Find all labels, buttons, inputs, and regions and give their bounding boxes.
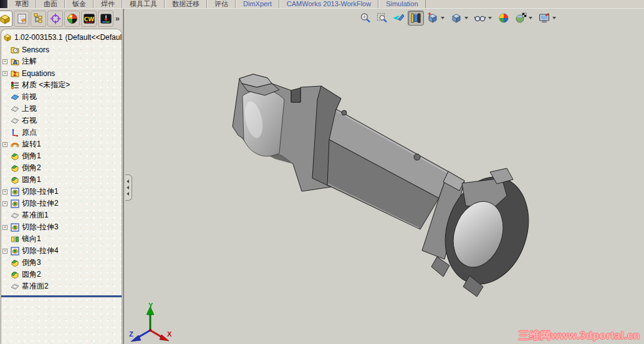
chevron-down-icon[interactable]	[488, 17, 492, 19]
feature-tree: 1.02-003153.1 (Default<<Defaul Sensors +…	[1, 29, 122, 344]
tree-item-front-plane[interactable]: 前视	[1, 91, 122, 103]
view-orientation-icon	[428, 12, 436, 22]
tree-item-label: Sensors	[22, 45, 49, 54]
tab-simulation[interactable]: Simulation	[378, 0, 425, 8]
tab-sketch[interactable]: 草图	[7, 0, 36, 8]
view-settings-button[interactable]	[536, 11, 559, 26]
tab-evaluate[interactable]: 评估	[207, 0, 236, 8]
tree-item-origin[interactable]: 原点	[1, 127, 122, 138]
tab-weldments[interactable]: 焊件	[94, 0, 122, 8]
zoom-to-fit-button[interactable]	[357, 11, 373, 26]
watermark-text: 三维网www.3dportal.cn	[519, 328, 640, 343]
tree-item-label: 切除-拉伸2	[22, 198, 59, 209]
tree-item-fillet2[interactable]: 圆角2	[1, 269, 122, 280]
tree-item-annotations[interactable]: + 注解	[1, 55, 122, 67]
model-canvas[interactable]	[125, 9, 644, 344]
tab-dimxpert[interactable]: DimXpert	[236, 0, 279, 8]
tab-sheet-metal[interactable]: 钣金	[65, 0, 94, 8]
fillet-icon	[12, 177, 18, 183]
hide-show-items-button[interactable]	[472, 11, 495, 26]
tree-item-label: 注解	[22, 56, 37, 67]
tree-item-part-root[interactable]: 1.02-003153.1 (Default<<Defaul	[1, 31, 122, 44]
tree-item-plane2[interactable]: 基准面2	[1, 280, 122, 292]
tree-item-material[interactable]: 材质 <未指定>	[1, 79, 122, 91]
expand-box[interactable]: +	[2, 189, 7, 194]
section-view-button[interactable]	[408, 11, 424, 26]
tree-item-label: 镜向1	[22, 234, 41, 244]
apply-scene-button[interactable]	[512, 11, 536, 26]
tree-item-cut-extrude4[interactable]: + 切除-拉伸4	[1, 245, 122, 257]
chevron-down-icon[interactable]	[464, 17, 468, 19]
expand-box[interactable]: +	[2, 142, 7, 147]
tree-item-label: Equations	[22, 69, 55, 78]
expand-box[interactable]: +	[2, 225, 7, 230]
expand-box[interactable]: +	[2, 71, 7, 76]
collapse-arrow-icon	[127, 186, 129, 189]
origin-icon	[12, 129, 19, 136]
view-orientation-button[interactable]	[425, 11, 448, 26]
tree-item-mirror1[interactable]: 镜向1	[1, 233, 122, 245]
zoom-to-area-button[interactable]	[374, 11, 390, 26]
part-icon	[4, 34, 11, 41]
tree-item-cut-extrude3[interactable]: + 切除-拉伸3	[1, 221, 122, 233]
tree-item-label: 倒角1	[22, 151, 41, 161]
edit-appearance-button[interactable]	[496, 11, 512, 26]
display-style-button[interactable]	[448, 11, 471, 26]
tree-item-plane1[interactable]: 基准面1	[1, 209, 122, 221]
simulation-machine-icon	[100, 14, 111, 24]
previous-view-button[interactable]	[391, 11, 407, 26]
tab-featuremanager-tree[interactable]	[0, 11, 12, 27]
tree-item-equations[interactable]: + Equations	[1, 67, 122, 79]
chevron-down-icon[interactable]	[552, 17, 556, 19]
tree-item-label: 倒角3	[22, 257, 41, 268]
tree-item-sensors[interactable]: Sensors	[1, 44, 122, 55]
tree-item-cut-extrude1[interactable]: + 切除-拉伸1	[1, 186, 122, 198]
tree-item-top-plane[interactable]: 上视	[1, 103, 122, 115]
panel-tabs-overflow-button[interactable]: »	[115, 14, 122, 24]
equations-icon	[11, 71, 19, 77]
tab-configuration-manager[interactable]	[31, 11, 46, 27]
apply-scene-icon	[516, 13, 526, 22]
expand-box[interactable]: +	[2, 249, 7, 254]
property-manager-icon	[18, 14, 26, 23]
tab-property-manager[interactable]	[14, 11, 29, 27]
triad-x-label: X	[167, 330, 172, 338]
tree-item-chamfer2[interactable]: 倒角2	[1, 162, 122, 174]
expand-box[interactable]: +	[2, 59, 7, 64]
tree-item-chamfer3[interactable]: 倒角3	[1, 257, 122, 269]
window-corner-strip	[0, 0, 7, 8]
chevron-down-icon[interactable]	[529, 17, 532, 19]
tab-dimxpert-manager[interactable]	[47, 11, 63, 27]
tree-item-revolve1[interactable]: + 旋转1	[1, 138, 122, 150]
chevron-down-icon[interactable]	[441, 17, 445, 19]
tree-item-label: 基准面2	[22, 281, 49, 292]
dimxpert-target-icon	[50, 14, 60, 24]
tab-camworks-workflow[interactable]: CAMWorks 2013-WorkFlow	[279, 0, 378, 8]
tab-camworks[interactable]	[81, 11, 97, 27]
tree-item-fillet1[interactable]: 圆角1	[1, 174, 122, 186]
part-name: 1.02-003153.1	[14, 33, 62, 42]
tab-mold-tools[interactable]: 模具工具	[122, 0, 165, 8]
revolve-icon	[11, 143, 19, 146]
tree-item-chamfer1[interactable]: 倒角1	[1, 150, 122, 162]
tab-data-migration[interactable]: 数据迁移	[165, 0, 207, 8]
zoom-to-area-icon	[378, 14, 387, 22]
tree-item-label: 圆角1	[22, 174, 41, 185]
collapse-arrow-icon	[127, 192, 129, 196]
cut-extrude-icon	[11, 188, 19, 196]
plane-icon	[11, 284, 19, 289]
panel-tab-strip: »	[0, 9, 123, 29]
tree-item-right-plane[interactable]: 右视	[1, 115, 122, 127]
chamfer-icon	[12, 260, 18, 266]
tab-surfaces[interactable]: 曲面	[36, 0, 65, 8]
rollback-bar[interactable]	[1, 295, 122, 297]
tree-item-label: 切除-拉伸1	[22, 186, 59, 197]
triad-z-label: Z	[129, 330, 133, 338]
expand-box[interactable]: +	[2, 201, 7, 206]
panel-collapse-handle[interactable]	[125, 174, 132, 201]
tab-simulation-tree[interactable]	[98, 11, 113, 27]
graphics-viewport[interactable]: Y Z X 三维网www.3dportal.cn	[125, 9, 644, 344]
tree-item-label: 原点	[22, 127, 37, 138]
tab-display-manager[interactable]	[64, 11, 80, 27]
tree-item-cut-extrude2[interactable]: + 切除-拉伸2	[1, 198, 122, 209]
